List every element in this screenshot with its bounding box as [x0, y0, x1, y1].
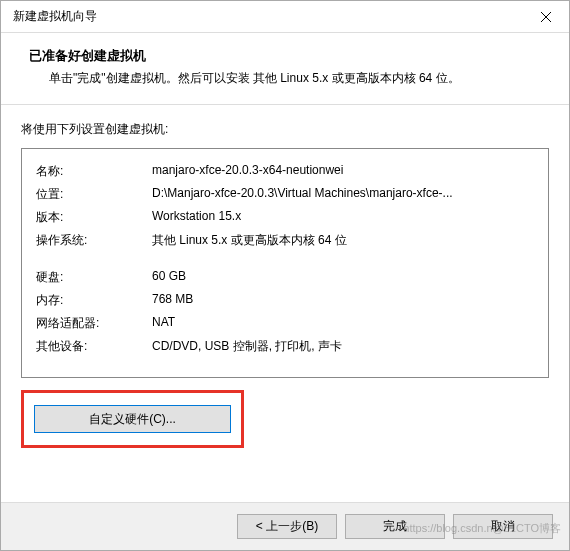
setting-row: 其他设备:CD/DVD, USB 控制器, 打印机, 声卡 — [36, 338, 534, 355]
back-button[interactable]: < 上一步(B) — [237, 514, 337, 539]
setting-label: 操作系统: — [36, 232, 152, 249]
setting-label: 网络适配器: — [36, 315, 152, 332]
setting-row: 网络适配器:NAT — [36, 315, 534, 332]
setting-label: 版本: — [36, 209, 152, 226]
wizard-footer: < 上一步(B) 完成 取消 — [1, 502, 569, 550]
setting-value: CD/DVD, USB 控制器, 打印机, 声卡 — [152, 338, 342, 355]
settings-summary-box: 名称:manjaro-xfce-20.0.3-x64-neutionwei 位置… — [21, 148, 549, 378]
setting-value: D:\Manjaro-xfce-20.0.3\Virtual Machines\… — [152, 186, 453, 203]
setting-value: manjaro-xfce-20.0.3-x64-neutionwei — [152, 163, 343, 180]
setting-value: 其他 Linux 5.x 或更高版本内核 64 位 — [152, 232, 347, 249]
setting-row: 名称:manjaro-xfce-20.0.3-x64-neutionwei — [36, 163, 534, 180]
titlebar: 新建虚拟机向导 — [1, 1, 569, 33]
settings-intro: 将使用下列设置创建虚拟机: — [21, 121, 549, 138]
setting-row: 版本:Workstation 15.x — [36, 209, 534, 226]
window-title: 新建虚拟机向导 — [13, 8, 97, 25]
wizard-content: 将使用下列设置创建虚拟机: 名称:manjaro-xfce-20.0.3-x64… — [1, 105, 569, 458]
setting-row: 内存:768 MB — [36, 292, 534, 309]
finish-button[interactable]: 完成 — [345, 514, 445, 539]
setting-row: 硬盘:60 GB — [36, 269, 534, 286]
setting-label: 硬盘: — [36, 269, 152, 286]
header-subtitle: 单击"完成"创建虚拟机。然后可以安装 其他 Linux 5.x 或更高版本内核 … — [49, 69, 541, 88]
setting-label: 内存: — [36, 292, 152, 309]
setting-label: 其他设备: — [36, 338, 152, 355]
setting-value: 60 GB — [152, 269, 186, 286]
setting-value: 768 MB — [152, 292, 193, 309]
setting-value: Workstation 15.x — [152, 209, 241, 226]
close-button[interactable] — [523, 1, 569, 33]
highlight-annotation: 自定义硬件(C)... — [21, 390, 244, 448]
customize-hardware-button[interactable]: 自定义硬件(C)... — [34, 405, 231, 433]
cancel-button[interactable]: 取消 — [453, 514, 553, 539]
setting-label: 位置: — [36, 186, 152, 203]
header-title: 已准备好创建虚拟机 — [29, 47, 541, 65]
setting-row: 位置:D:\Manjaro-xfce-20.0.3\Virtual Machin… — [36, 186, 534, 203]
setting-row: 操作系统:其他 Linux 5.x 或更高版本内核 64 位 — [36, 232, 534, 249]
setting-value: NAT — [152, 315, 175, 332]
setting-label: 名称: — [36, 163, 152, 180]
wizard-header: 已准备好创建虚拟机 单击"完成"创建虚拟机。然后可以安装 其他 Linux 5.… — [1, 33, 569, 105]
close-icon — [541, 12, 551, 22]
